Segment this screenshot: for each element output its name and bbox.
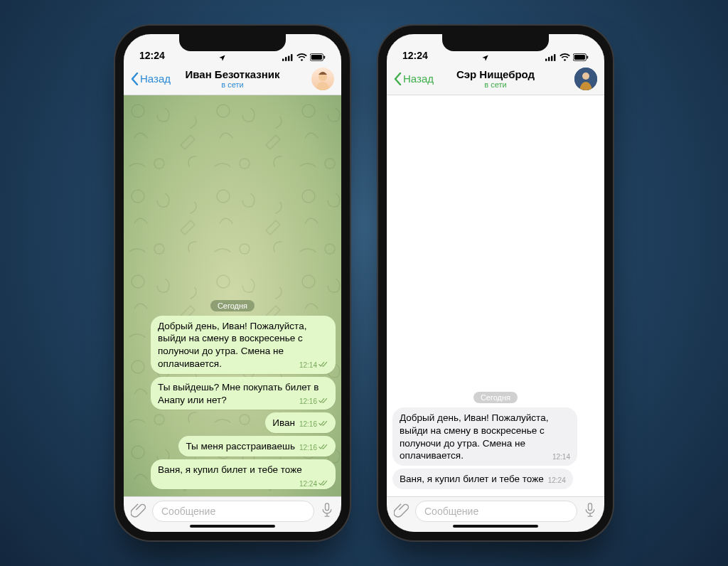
notch [179, 33, 286, 51]
message-time: 12:16 [299, 397, 317, 406]
message-bubble[interactable]: Ваня, я купил билет и тебе тоже 12:24 [392, 469, 573, 489]
svg-rect-21 [589, 503, 592, 510]
message-bubble[interactable]: Ты меня расстраиваешь 12:16 [178, 436, 336, 456]
svg-rect-13 [548, 57, 550, 61]
svg-rect-17 [574, 55, 585, 60]
battery-icon [310, 53, 326, 61]
message-text: Ваня, я купил билет и тебе тоже [158, 464, 302, 475]
date-badge: Сегодня [473, 392, 518, 403]
phone-left: 12:24 Назад Иван Безотказник в сети [115, 26, 350, 540]
chat-body[interactable]: Сегодня Добрый день, Иван! Пожалуйста, в… [387, 95, 604, 496]
attach-icon[interactable] [394, 502, 410, 520]
svg-rect-14 [551, 55, 552, 60]
contact-name: Сэр Нищеброд [456, 68, 535, 80]
message-text: Ты выйдешь? Мне покупать билет в Анапу и… [158, 382, 318, 405]
contact-status: в сети [484, 80, 506, 89]
battery-icon [573, 53, 589, 61]
message-time: 12:16 [299, 443, 317, 452]
message-text: Добрый день, Иван! Пожалуйста, выйди на … [158, 321, 306, 369]
svg-rect-2 [282, 58, 284, 60]
message-text: Ты меня расстраиваешь [186, 441, 295, 452]
chat-header: Назад Иван Безотказник в сети [124, 63, 341, 95]
svg-rect-7 [311, 55, 322, 60]
date-badge: Сегодня [210, 300, 255, 311]
avatar[interactable] [574, 68, 597, 90]
message-input[interactable]: Сообщение [415, 501, 577, 522]
signal-icon [545, 54, 557, 61]
avatar[interactable] [311, 68, 334, 90]
phone-right: 12:24 Назад Сэр Нищеброд в сети Сегодня … [378, 26, 613, 540]
status-time: 12:24 [139, 50, 165, 61]
notch [442, 33, 549, 51]
wifi-icon [560, 53, 570, 61]
read-receipt-icon [318, 397, 328, 406]
read-receipt-icon [318, 361, 328, 370]
contact-name: Иван Безотказник [186, 68, 280, 80]
input-placeholder: Сообщение [161, 506, 215, 517]
message-time: 12:14 [552, 452, 570, 461]
svg-rect-11 [326, 503, 329, 510]
message-bubble[interactable]: Ты выйдешь? Мне покупать билет в Анапу и… [151, 377, 336, 410]
attach-icon[interactable] [131, 502, 146, 520]
svg-rect-8 [323, 55, 325, 58]
message-text: Ваня, я купил билет и тебе тоже [400, 474, 544, 484]
chevron-left-icon [131, 73, 139, 85]
location-icon [481, 54, 489, 62]
message-time: 12:24 [548, 476, 566, 485]
message-bubble[interactable]: Добрый день, Иван! Пожалуйста, выйди на … [151, 316, 336, 374]
message-bubble[interactable]: Иван 12:16 [265, 412, 336, 433]
back-label: Назад [140, 73, 171, 85]
message-time: 12:14 [299, 361, 317, 370]
message-time: 12:16 [299, 420, 317, 429]
svg-rect-18 [587, 55, 588, 58]
svg-point-20 [582, 73, 589, 80]
back-label: Назад [403, 73, 434, 85]
svg-rect-4 [288, 55, 289, 60]
wifi-icon [296, 53, 307, 61]
status-time: 12:24 [402, 50, 428, 61]
location-icon [218, 54, 226, 62]
input-bar: Сообщение [124, 496, 341, 532]
signal-icon [282, 54, 294, 61]
svg-rect-15 [554, 54, 555, 61]
svg-rect-3 [285, 57, 287, 61]
message-bubble[interactable]: Ваня, я купил билет и тебе тоже 12:24 [151, 459, 336, 489]
svg-rect-5 [291, 54, 292, 61]
input-placeholder: Сообщение [424, 506, 478, 517]
back-button[interactable]: Назад [394, 73, 434, 85]
read-receipt-icon [318, 479, 328, 488]
message-input[interactable]: Сообщение [152, 501, 314, 522]
chevron-left-icon [394, 73, 402, 85]
input-bar: Сообщение [387, 496, 604, 532]
message-bubble[interactable]: Добрый день, Иван! Пожалуйста, выйди на … [392, 407, 577, 466]
chat-body[interactable]: Сегодня Добрый день, Иван! Пожалуйста, в… [124, 95, 341, 496]
mic-icon[interactable] [583, 502, 597, 520]
svg-rect-12 [545, 58, 547, 60]
back-button[interactable]: Назад [131, 73, 171, 85]
message-text: Иван [272, 417, 295, 428]
read-receipt-icon [318, 420, 328, 429]
chat-header: Назад Сэр Нищеброд в сети [387, 63, 604, 95]
contact-status: в сети [221, 80, 243, 89]
read-receipt-icon [318, 443, 328, 452]
message-time: 12:24 [299, 479, 317, 488]
mic-icon[interactable] [320, 502, 334, 520]
message-text: Добрый день, Иван! Пожалуйста, выйди на … [400, 412, 548, 461]
